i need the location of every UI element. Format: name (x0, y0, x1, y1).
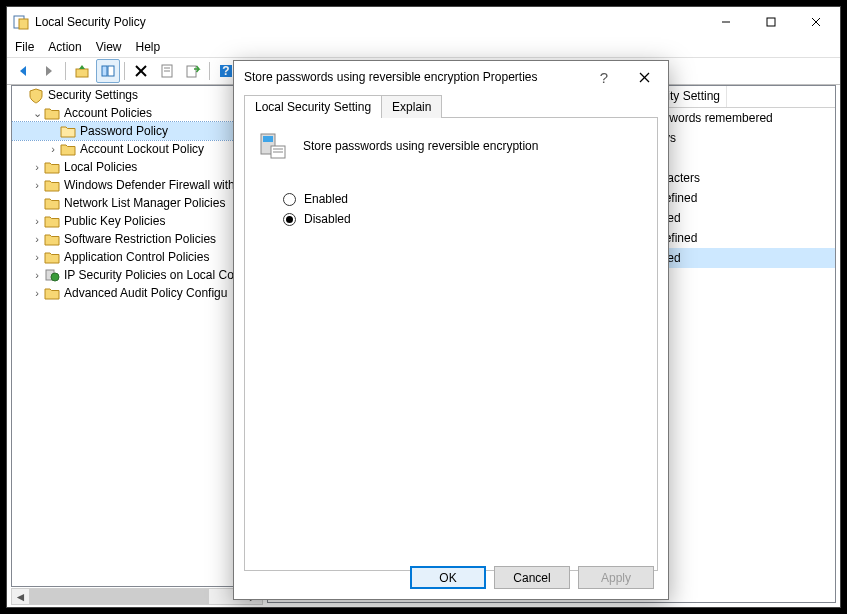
apply-button[interactable]: Apply (578, 566, 654, 589)
folder-icon (44, 106, 60, 120)
shield-icon (28, 88, 44, 102)
up-button[interactable] (70, 59, 94, 83)
tree-item-label: Account Policies (64, 106, 152, 120)
tree-item-label: Local Policies (64, 160, 137, 174)
minimize-button[interactable] (703, 8, 748, 36)
app-icon (13, 14, 29, 30)
tree-item-label: Advanced Audit Policy Configu (64, 286, 227, 300)
expand-icon[interactable]: ⌄ (30, 107, 44, 120)
dialog-tabpanel: Store passwords using reversible encrypt… (244, 117, 658, 571)
folder-icon (60, 124, 76, 138)
tree-item[interactable]: ⌄Account Policies (12, 104, 262, 122)
radio-enabled-label: Enabled (304, 192, 348, 206)
delete-button[interactable] (129, 59, 153, 83)
menu-help[interactable]: Help (136, 40, 161, 54)
back-button[interactable] (11, 59, 35, 83)
dialog-title: Store passwords using reversible encrypt… (244, 70, 537, 84)
expand-icon[interactable]: › (30, 161, 44, 173)
forward-button[interactable] (37, 59, 61, 83)
svg-rect-3 (767, 18, 775, 26)
dialog-tabs: Local Security Setting Explain (244, 95, 658, 118)
svg-rect-1 (19, 19, 28, 29)
tree-item[interactable]: ›Application Control Policies (12, 248, 262, 266)
menu-file[interactable]: File (15, 40, 34, 54)
svg-rect-6 (76, 69, 88, 77)
show-tree-button[interactable] (96, 59, 120, 83)
svg-rect-54 (263, 136, 273, 142)
tree-item[interactable]: ›Advanced Audit Policy Configu (12, 284, 262, 302)
tree-item[interactable]: ›Account Lockout Policy (12, 140, 262, 158)
tree-item-label: Account Lockout Policy (80, 142, 204, 156)
folder-icon (44, 214, 60, 228)
server-icon (257, 130, 289, 162)
svg-rect-8 (108, 66, 114, 76)
ok-button[interactable]: OK (410, 566, 486, 589)
tree-item[interactable]: ›Software Restriction Policies (12, 230, 262, 248)
radio-icon (283, 213, 296, 226)
cancel-button[interactable]: Cancel (494, 566, 570, 589)
folder-icon (44, 268, 60, 282)
tree-horizontal-scrollbar[interactable]: ◄ ► (11, 588, 263, 605)
properties-dialog: Store passwords using reversible encrypt… (233, 60, 669, 600)
folder-icon (44, 232, 60, 246)
navigation-tree[interactable]: Security Settings⌄Account PoliciesPasswo… (11, 85, 263, 587)
svg-text:?: ? (222, 64, 229, 78)
expand-icon[interactable]: › (30, 179, 44, 191)
svg-rect-7 (102, 66, 107, 76)
close-button[interactable] (793, 8, 838, 36)
tree-item-label: Network List Manager Policies (64, 196, 225, 210)
window-title: Local Security Policy (35, 15, 146, 29)
radio-enabled[interactable]: Enabled (283, 192, 645, 206)
tab-explain[interactable]: Explain (381, 95, 442, 118)
tree-item-label: Application Control Policies (64, 250, 209, 264)
expand-icon[interactable]: › (30, 269, 44, 281)
titlebar[interactable]: Local Security Policy (7, 7, 840, 37)
expand-icon[interactable]: › (46, 143, 60, 155)
tree-item-label: Software Restriction Policies (64, 232, 216, 246)
properties-button[interactable] (155, 59, 179, 83)
tree-item-label: Public Key Policies (64, 214, 165, 228)
dialog-titlebar[interactable]: Store passwords using reversible encrypt… (234, 61, 668, 93)
radio-disabled[interactable]: Disabled (283, 212, 645, 226)
folder-icon (44, 286, 60, 300)
tree-item-label: Password Policy (80, 124, 168, 138)
expand-icon[interactable]: › (30, 251, 44, 263)
radio-icon (283, 193, 296, 206)
tree-item[interactable]: ›Local Policies (12, 158, 262, 176)
folder-icon (44, 178, 60, 192)
menu-action[interactable]: Action (48, 40, 81, 54)
folder-icon (44, 196, 60, 210)
expand-icon[interactable]: › (30, 215, 44, 227)
scroll-left-icon[interactable]: ◄ (12, 589, 29, 604)
tree-item[interactable]: ›IP Security Policies on Local Co (12, 266, 262, 284)
scroll-thumb[interactable] (29, 589, 209, 604)
tree-item-label: Windows Defender Firewall with (64, 178, 235, 192)
tree-item[interactable]: Password Policy (12, 122, 262, 140)
svg-rect-14 (187, 66, 196, 77)
folder-icon (44, 160, 60, 174)
svg-point-18 (51, 273, 59, 281)
menubar: File Action View Help (7, 37, 840, 57)
tree-item-label: IP Security Policies on Local Co (64, 268, 234, 282)
tree-item[interactable]: ›Windows Defender Firewall with (12, 176, 262, 194)
tab-local-security-setting[interactable]: Local Security Setting (244, 95, 382, 118)
tree-item[interactable]: ›Public Key Policies (12, 212, 262, 230)
expand-icon[interactable]: › (30, 287, 44, 299)
radio-disabled-label: Disabled (304, 212, 351, 226)
dialog-policy-name: Store passwords using reversible encrypt… (303, 139, 538, 153)
tree-root[interactable]: Security Settings (12, 86, 262, 104)
tree-root-label: Security Settings (48, 88, 138, 102)
dialog-close-button[interactable] (624, 63, 664, 91)
folder-icon (44, 250, 60, 264)
maximize-button[interactable] (748, 8, 793, 36)
dialog-help-button[interactable]: ? (584, 63, 624, 91)
tree-item[interactable]: Network List Manager Policies (12, 194, 262, 212)
folder-icon (60, 142, 76, 156)
export-button[interactable] (181, 59, 205, 83)
menu-view[interactable]: View (96, 40, 122, 54)
expand-icon[interactable]: › (30, 233, 44, 245)
